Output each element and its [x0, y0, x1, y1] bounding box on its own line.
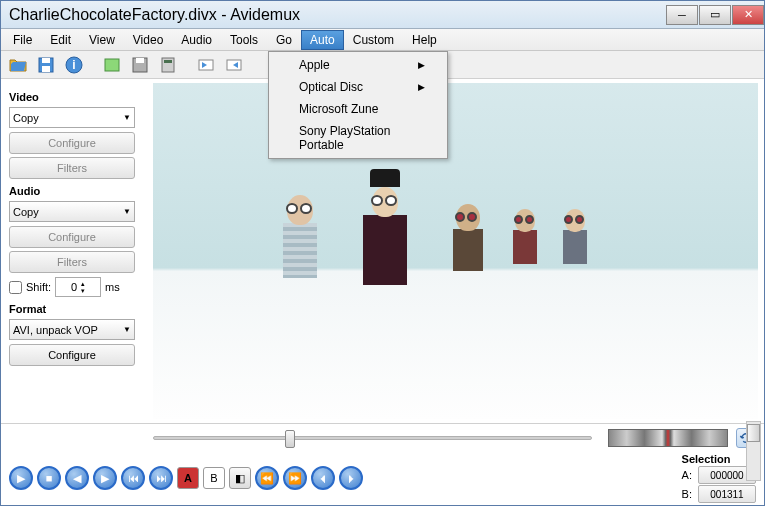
bottom-panel: ▶ ■ ◀ ▶ ⏮ ⏭ A B ◧ ⏪ ⏩ ⏴ ⏵ Selection A:00… [1, 423, 764, 505]
video-section-label: Video [9, 91, 145, 103]
format-configure-button[interactable]: Configure [9, 344, 135, 366]
menu-edit[interactable]: Edit [41, 30, 80, 50]
chevron-down-icon: ▼ [123, 325, 131, 334]
window-titlebar: CharlieChocolateFactory.divx - Avidemux … [1, 1, 764, 29]
window-title: CharlieChocolateFactory.divx - Avidemux [9, 6, 300, 24]
dropdown-item-microsoft-zune[interactable]: Microsoft Zune [271, 98, 445, 120]
audio-configure-button[interactable]: Configure [9, 226, 135, 248]
last-frame-button[interactable]: ⏩ [283, 466, 307, 490]
next-frame-button[interactable]: ▶ [93, 466, 117, 490]
cut-left-icon[interactable] [193, 53, 219, 77]
close-button[interactable]: ✕ [732, 5, 764, 25]
menu-custom[interactable]: Custom [344, 30, 403, 50]
dropdown-item-sony-psp[interactable]: Sony PlayStation Portable [271, 120, 445, 156]
menubar: File Edit View Video Audio Tools Go Auto… [1, 29, 764, 51]
menu-view[interactable]: View [80, 30, 124, 50]
play-button[interactable]: ▶ [9, 466, 33, 490]
selection-b-label: B: [682, 488, 692, 500]
vertical-scrollbar[interactable] [746, 421, 761, 481]
auto-dropdown-menu: Apple▶ Optical Disc▶ Microsoft Zune Sony… [268, 51, 448, 159]
scrollbar-thumb[interactable] [747, 424, 760, 442]
sidebar: Video Copy▼ Configure Filters Audio Copy… [1, 79, 153, 423]
chevron-right-icon: ▶ [418, 60, 425, 70]
video-filters-button[interactable]: Filters [9, 157, 135, 179]
svg-rect-7 [136, 58, 144, 63]
prev-frame-button[interactable]: ◀ [65, 466, 89, 490]
goto-mark-a-button[interactable]: ⏴ [311, 466, 335, 490]
svg-rect-9 [164, 60, 172, 63]
shift-label: Shift: [26, 281, 51, 293]
maximize-button[interactable]: ▭ [699, 5, 731, 25]
calculator-icon[interactable] [155, 53, 181, 77]
prev-black-frame-button[interactable]: ◧ [229, 467, 251, 489]
jog-wheel[interactable] [608, 429, 728, 447]
video-codec-select[interactable]: Copy▼ [9, 107, 135, 128]
stop-button[interactable]: ■ [37, 466, 61, 490]
menu-help[interactable]: Help [403, 30, 446, 50]
menu-file[interactable]: File [4, 30, 41, 50]
timeline-slider[interactable] [153, 436, 592, 440]
shift-value-input[interactable]: 0▴▾ [55, 277, 101, 297]
menu-audio[interactable]: Audio [172, 30, 221, 50]
shift-checkbox[interactable] [9, 281, 22, 294]
set-mark-b-button[interactable]: B [203, 467, 225, 489]
save-script-icon[interactable] [127, 53, 153, 77]
audio-section-label: Audio [9, 185, 145, 197]
video-configure-button[interactable]: Configure [9, 132, 135, 154]
menu-video[interactable]: Video [124, 30, 172, 50]
shift-unit: ms [105, 281, 120, 293]
svg-rect-1 [42, 58, 50, 63]
info-icon[interactable]: i [61, 53, 87, 77]
load-script-icon[interactable] [99, 53, 125, 77]
menu-tools[interactable]: Tools [221, 30, 267, 50]
selection-panel: Selection A:000000 B:001311 [682, 453, 756, 503]
save-icon[interactable] [33, 53, 59, 77]
first-frame-button[interactable]: ⏪ [255, 466, 279, 490]
svg-rect-5 [105, 59, 119, 71]
prev-keyframe-button[interactable]: ⏮ [121, 466, 145, 490]
selection-a-label: A: [682, 469, 692, 481]
menu-auto[interactable]: Auto [301, 30, 344, 50]
set-mark-a-button[interactable]: A [177, 467, 199, 489]
video-preview [153, 83, 758, 419]
cut-right-icon[interactable] [221, 53, 247, 77]
slider-thumb[interactable] [285, 430, 295, 448]
format-container-select[interactable]: AVI, unpack VOP▼ [9, 319, 135, 340]
svg-rect-2 [42, 66, 50, 72]
dropdown-item-optical-disc[interactable]: Optical Disc▶ [271, 76, 445, 98]
chevron-right-icon: ▶ [418, 82, 425, 92]
chevron-down-icon: ▼ [123, 113, 131, 122]
chevron-down-icon: ▼ [123, 207, 131, 216]
selection-title: Selection [682, 453, 756, 465]
svg-text:i: i [72, 58, 75, 72]
next-keyframe-button[interactable]: ⏭ [149, 466, 173, 490]
open-icon[interactable] [5, 53, 31, 77]
window-controls: ─ ▭ ✕ [665, 5, 764, 25]
format-section-label: Format [9, 303, 145, 315]
dropdown-item-apple[interactable]: Apple▶ [271, 54, 445, 76]
audio-codec-select[interactable]: Copy▼ [9, 201, 135, 222]
minimize-button[interactable]: ─ [666, 5, 698, 25]
menu-go[interactable]: Go [267, 30, 301, 50]
selection-b-value[interactable]: 001311 [698, 485, 756, 503]
audio-filters-button[interactable]: Filters [9, 251, 135, 273]
goto-mark-b-button[interactable]: ⏵ [339, 466, 363, 490]
